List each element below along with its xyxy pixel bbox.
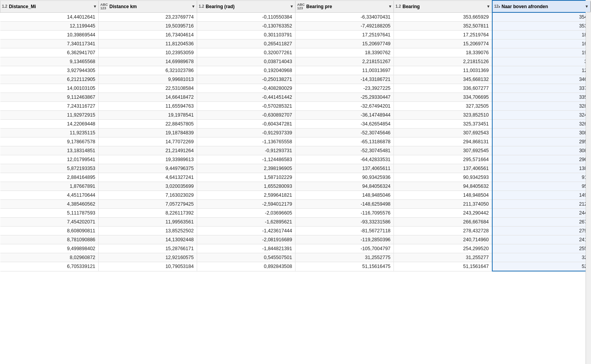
cell-bearing_pre: -32,67494201 xyxy=(296,102,394,111)
cell-distance_km: 22,53108584 xyxy=(99,84,197,93)
column-header-naar_boven[interactable]: 12₃Naar boven afronden▼ xyxy=(492,0,591,12)
type-icon-bearing: 1.2 xyxy=(395,5,401,9)
cell-bearing_pre: -7,492188205 xyxy=(296,22,394,31)
cell-naar_boven: 354 xyxy=(492,12,591,22)
cell-naar_boven: 255 xyxy=(492,244,591,253)
table-row: 12,0179954119,33989613-1,124486583-64,42… xyxy=(0,155,591,164)
cell-bearing_pre: 18,3390762 xyxy=(296,48,394,57)
cell-bearing_rad: 0,265411827 xyxy=(197,39,296,48)
cell-bearing_pre: -65,13186878 xyxy=(296,137,394,146)
cell-bearing_pre: 31,2552775 xyxy=(296,253,394,262)
cell-distance_mi: 12,1199445 xyxy=(0,22,99,31)
cell-bearing_pre: -25,29330447 xyxy=(296,93,394,102)
column-header-bearing_rad[interactable]: 1.2Bearing (rad)▼ xyxy=(197,0,296,12)
cell-bearing_rad: 2,398196905 xyxy=(197,164,296,173)
cell-bearing: 2,21815126 xyxy=(394,57,492,66)
column-header-bearing_pre[interactable]: ABC123Bearing pre▼ xyxy=(296,0,394,12)
dropdown-arrow-naar_boven[interactable]: ▼ xyxy=(585,4,589,9)
cell-naar_boven: 328 xyxy=(492,102,591,111)
cell-bearing_rad: -1,124486583 xyxy=(197,155,296,164)
cell-bearing_pre: -23,3927225 xyxy=(296,84,394,93)
cell-naar_boven: 279 xyxy=(492,227,591,235)
cell-bearing: 18,339076 xyxy=(394,48,492,57)
cell-bearing: 148,948504 xyxy=(394,191,492,200)
cell-bearing: 266,667684 xyxy=(394,218,492,227)
table-row: 9,17866757814,77072269-1,136765558-65,13… xyxy=(0,137,591,146)
cell-distance_mi: 5,872193353 xyxy=(0,164,99,173)
cell-bearing_rad: -0,604347281 xyxy=(197,120,296,129)
column-header-distance_km[interactable]: ABC123Distance km▼ xyxy=(99,0,197,12)
cell-distance_mi: 7,243116727 xyxy=(0,102,99,111)
cell-bearing: 336,607277 xyxy=(394,84,492,93)
column-label-bearing_rad: Bearing (rad) xyxy=(206,4,235,9)
cell-bearing_rad: -1,844821391 xyxy=(197,244,296,253)
cell-bearing_rad: -0,91293731 xyxy=(197,146,296,155)
column-header-distance_mi[interactable]: 1.2Distance_Mi▼ xyxy=(0,0,99,12)
cell-distance_km: 14,69989678 xyxy=(99,57,197,66)
column-label-bearing: Bearing xyxy=(402,4,420,9)
cell-distance_mi: 6,362941707 xyxy=(0,48,99,57)
cell-naar_boven: 346 xyxy=(492,75,591,84)
cell-distance_mi: 11,9235115 xyxy=(0,129,99,137)
table-row: 3,9279443056,3210237860,19204096811,0031… xyxy=(0,66,591,75)
cell-naar_boven: 91 xyxy=(492,173,591,182)
cell-distance_km: 14,13092448 xyxy=(99,235,197,244)
cell-naar_boven: 16 xyxy=(492,39,591,48)
cell-naar_boven: 337 xyxy=(492,84,591,93)
type-icon-bearing_rad: 1.2 xyxy=(199,5,204,9)
cell-naar_boven: 241 xyxy=(492,235,591,244)
table-row: 12,119944519,50395716-0,130763352-7,4921… xyxy=(0,22,591,31)
cell-bearing_rad: 1,587102229 xyxy=(197,173,296,182)
cell-naar_boven: 52 xyxy=(492,262,591,271)
cell-bearing: 294,868131 xyxy=(394,137,492,146)
cell-bearing: 17,2519764 xyxy=(394,31,492,39)
cell-bearing_pre: 2,218151267 xyxy=(296,57,394,66)
cell-bearing_rad: 0,301103791 xyxy=(197,31,296,39)
cell-bearing_pre: 94,84056324 xyxy=(296,182,394,191)
cell-distance_km: 19,50395716 xyxy=(99,22,197,31)
data-table: 1.2Distance_Mi▼ABC123Distance km▼1.2Bear… xyxy=(0,0,591,271)
cell-bearing_rad: -0,250138271 xyxy=(197,75,296,84)
dropdown-arrow-bearing[interactable]: ▼ xyxy=(486,4,490,9)
cell-bearing_rad: 0,892843508 xyxy=(197,262,296,271)
cell-distance_mi: 9,13465568 xyxy=(0,57,99,66)
dropdown-arrow-distance_mi[interactable]: ▼ xyxy=(93,4,97,9)
cell-bearing_rad: -0,408280029 xyxy=(197,84,296,93)
table-row: 7,34011734111,812045360,26541182715,2069… xyxy=(0,39,591,48)
cell-distance_km: 11,65594763 xyxy=(99,102,197,111)
type-icon-bearing_pre: ABC123 xyxy=(297,3,305,10)
cell-bearing: 254,299520 xyxy=(394,244,492,253)
cell-distance_km: 7,163023029 xyxy=(99,191,197,200)
cell-bearing: 323,852510 xyxy=(394,111,492,120)
cell-bearing_pre: 11,00313697 xyxy=(296,66,394,75)
cell-bearing_pre: 17,25197641 xyxy=(296,31,394,39)
cell-bearing_pre: -148,6259498 xyxy=(296,200,394,209)
dropdown-arrow-bearing_rad[interactable]: ▼ xyxy=(290,4,294,9)
cell-distance_km: 8,226117392 xyxy=(99,209,197,218)
column-header-bearing[interactable]: 1.2Bearing▼ xyxy=(394,0,492,12)
cell-bearing: 325,373451 xyxy=(394,120,492,129)
table-row: 14,2206944822,88457805-0,604347281-34,62… xyxy=(0,120,591,129)
dropdown-arrow-distance_km[interactable]: ▼ xyxy=(191,4,195,9)
table-row: 4,4511706447,1630230292,599641821148,948… xyxy=(0,191,591,200)
table-row: 8,0296087212,921605750,54550750131,25527… xyxy=(0,253,591,262)
table-row: 7,24311672711,65594763-0,570285321-32,67… xyxy=(0,102,591,111)
dropdown-arrow-bearing_pre[interactable]: ▼ xyxy=(388,4,392,9)
cell-distance_km: 12,92160575 xyxy=(99,253,197,262)
cell-distance_km: 11,99563561 xyxy=(99,218,197,227)
table-row: 9,11246386714,66418472-0,441451442-25,29… xyxy=(0,93,591,102)
cell-distance_km: 14,66418472 xyxy=(99,93,197,102)
table-row: 5,8721933539,4497963752,398196905137,406… xyxy=(0,164,591,173)
cell-distance_km: 21,21491264 xyxy=(99,146,197,155)
cell-bearing: 243,290442 xyxy=(394,209,492,218)
cell-bearing_rad: -0,110550384 xyxy=(197,12,296,22)
scrollbar[interactable] xyxy=(586,0,591,364)
cell-bearing_pre: -64,42833531 xyxy=(296,155,394,164)
cell-distance_km: 13,85252502 xyxy=(99,227,197,235)
cell-bearing_rad: -0,570285321 xyxy=(197,102,296,111)
cell-naar_boven: 95 xyxy=(492,182,591,191)
cell-bearing_pre: -34,62654854 xyxy=(296,120,394,129)
cell-bearing_rad: 0,192040968 xyxy=(197,66,296,75)
cell-bearing_rad: -0,130763352 xyxy=(197,22,296,31)
cell-naar_boven: 18 xyxy=(492,31,591,39)
